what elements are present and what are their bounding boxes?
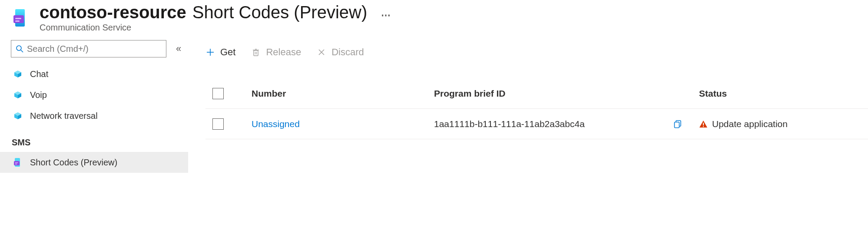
toolbar: Get Release Discard <box>205 42 868 63</box>
column-header-number[interactable]: Number <box>252 88 434 99</box>
svg-rect-22 <box>254 50 258 56</box>
sidebar-item-chat[interactable]: Chat <box>11 64 188 84</box>
more-actions-button[interactable]: ⋯ <box>378 10 394 20</box>
warning-icon <box>699 120 708 128</box>
page-title-blade: Short Codes (Preview) <box>192 3 367 21</box>
sidebar-item-label: Chat <box>30 69 48 79</box>
page-title-resource: contoso-resource <box>40 3 186 21</box>
row-checkbox[interactable] <box>212 118 224 130</box>
svg-rect-19 <box>15 164 17 165</box>
table-row[interactable]: Unassigned 1aa1111b-b111-111a-11ab2a3abc… <box>205 109 868 139</box>
search-input[interactable] <box>27 44 162 54</box>
svg-rect-30 <box>675 122 679 128</box>
sidebar-item-label: Short Codes (Preview) <box>30 158 117 168</box>
svg-rect-3 <box>15 18 21 19</box>
column-header-status[interactable]: Status <box>699 88 868 99</box>
svg-point-5 <box>17 46 21 50</box>
svg-rect-17 <box>14 161 20 165</box>
collapse-sidebar-button[interactable]: « <box>172 43 185 54</box>
program-brief-id-value: 1aa1111b-b111-111a-11ab2a3abc4a <box>434 119 673 129</box>
plus-icon <box>205 47 215 57</box>
cube-icon <box>13 69 23 79</box>
sidebar-item-voip[interactable]: Voip <box>11 84 188 105</box>
toolbar-label: Get <box>220 47 235 58</box>
svg-rect-32 <box>703 123 704 125</box>
select-all-checkbox[interactable] <box>212 88 224 99</box>
trash-icon <box>251 47 261 57</box>
toolbar-label: Discard <box>331 47 364 58</box>
status-value: Update application <box>712 119 788 129</box>
short-codes-table: Number Program brief ID Status Unassigne… <box>205 78 868 139</box>
sidebar-item-label: Voip <box>30 90 47 100</box>
column-header-program-brief-id[interactable]: Program brief ID <box>434 88 673 99</box>
service-type-label: Communication Service <box>40 23 394 33</box>
svg-rect-33 <box>703 126 704 127</box>
search-icon <box>16 45 23 53</box>
cube-icon <box>13 111 23 121</box>
copy-icon[interactable] <box>673 119 699 129</box>
sidebar-search[interactable] <box>11 40 166 57</box>
svg-line-6 <box>21 50 23 52</box>
discard-button[interactable]: Discard <box>317 47 364 58</box>
sidebar-item-short-codes[interactable]: Short Codes (Preview) <box>0 152 188 173</box>
release-button[interactable]: Release <box>251 47 301 58</box>
resource-icon <box>11 7 32 28</box>
table-header-row: Number Program brief ID Status <box>205 78 868 109</box>
short-codes-icon <box>13 157 23 168</box>
close-icon <box>317 47 326 57</box>
cube-icon <box>13 90 23 100</box>
sidebar-section-sms: SMS <box>11 126 188 152</box>
sidebar: « Chat Voip <box>11 40 188 242</box>
svg-rect-18 <box>15 162 18 163</box>
svg-rect-4 <box>15 20 20 22</box>
sidebar-item-network-traversal[interactable]: Network traversal <box>11 105 188 126</box>
get-button[interactable]: Get <box>205 47 235 58</box>
toolbar-label: Release <box>266 47 301 58</box>
sidebar-item-label: Network traversal <box>30 111 98 121</box>
number-link[interactable]: Unassigned <box>252 119 434 129</box>
